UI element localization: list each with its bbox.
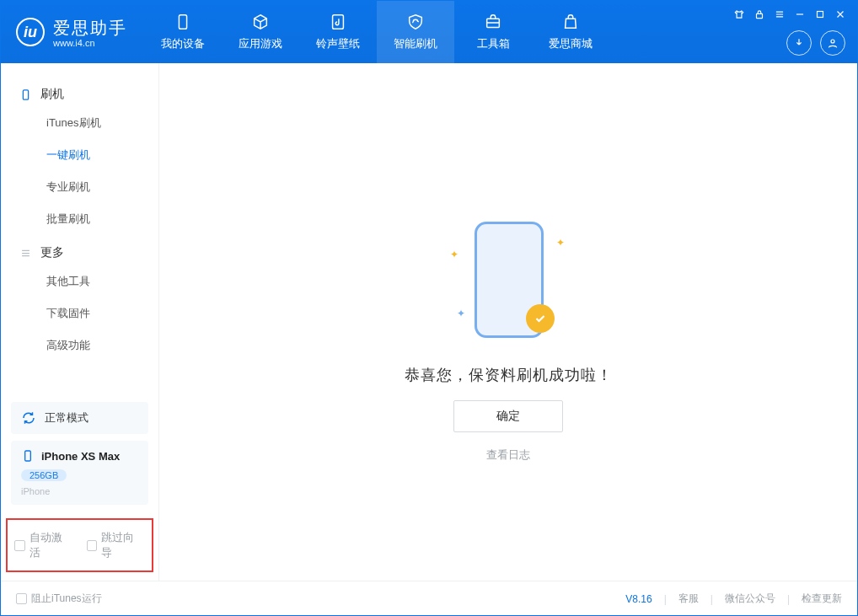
nav-store[interactable]: 爱思商城 [532,1,609,63]
nav-apps-games[interactable]: 应用游戏 [222,1,299,63]
checkbox-icon [87,540,98,551]
nav-ringtone-wallpaper[interactable]: 铃声壁纸 [299,1,377,63]
titlebar-right [786,23,857,63]
account-button[interactable] [820,30,845,56]
device-info-box[interactable]: iPhone XS Max 256GB iPhone [11,441,148,505]
footer-link-update[interactable]: 检查更新 [802,592,842,606]
success-illustration: ✦ ✦ ✦ [428,215,588,350]
minimize-icon[interactable] [794,8,806,20]
checkbox-label: 跳过向导 [101,530,145,560]
options-row-highlighted: 自动激活 跳过向导 [6,518,153,572]
footer-link-wechat[interactable]: 微信公众号 [725,592,775,606]
svg-rect-4 [818,12,823,18]
nav-smart-flash[interactable]: 智能刷机 [377,1,454,63]
checkbox-icon [14,540,25,551]
svg-rect-0 [179,15,186,29]
checkbox-icon [16,593,27,604]
separator: | [787,593,790,605]
device-type: iPhone [21,486,50,496]
music-file-icon [329,13,347,31]
checkbox-label: 自动激活 [29,530,73,560]
device-icon [19,88,32,101]
nav-label: 铃声壁纸 [316,36,360,51]
device-name: iPhone XS Max [41,450,120,463]
check-badge-icon [526,304,555,333]
sidebar-item-batch-flash[interactable]: 批量刷机 [1,203,158,235]
version-label: V8.16 [625,593,652,605]
sidebar-item-advanced[interactable]: 高级功能 [1,329,158,362]
close-icon[interactable] [834,8,846,20]
device-capacity: 256GB [21,469,67,481]
nav-label: 智能刷机 [394,36,437,51]
sidebar-item-download-firmware[interactable]: 下载固件 [1,297,158,329]
titlebar: iu 爱思助手 www.i4.cn 我的设备 应用游戏 铃声壁纸 智能刷机 工具… [1,1,857,63]
shield-refresh-icon [406,13,425,31]
logo-icon: iu [16,18,45,46]
main-nav: 我的设备 应用游戏 铃声壁纸 智能刷机 工具箱 爱思商城 [144,1,609,63]
sidebar-item-itunes-flash[interactable]: iTunes刷机 [1,107,158,139]
sparkle-icon: ✦ [556,237,565,249]
sidebar-item-oneclick-flash[interactable]: 一键刷机 [1,139,158,171]
checkbox-skip-guide[interactable]: 跳过向导 [87,530,146,560]
nav-label: 我的设备 [161,36,205,51]
tshirt-icon[interactable] [733,8,745,20]
download-button[interactable] [786,30,812,56]
footer-link-service[interactable]: 客服 [678,592,699,606]
sparkle-icon: ✦ [457,308,465,319]
checkbox-block-itunes[interactable]: 阻止iTunes运行 [16,592,102,606]
app-name: 爱思助手 [53,17,127,40]
svg-rect-3 [757,13,763,18]
svg-rect-1 [333,15,344,29]
sidebar: 刷机 iTunes刷机 一键刷机 专业刷机 批量刷机 更多 其他工具 下载固件 … [1,63,159,581]
nav-label: 爱思商城 [549,36,593,51]
separator: | [664,593,667,605]
checkbox-auto-activate[interactable]: 自动激活 [14,530,73,560]
section-title: 刷机 [40,87,64,102]
logo-block[interactable]: iu 爱思助手 www.i4.cn [1,1,144,63]
phone-small-icon [21,449,35,463]
menu-lines-icon [19,247,32,260]
maximize-icon[interactable] [814,8,826,20]
checkbox-label: 阻止iTunes运行 [31,592,102,606]
sparkle-icon: ✦ [450,249,458,260]
footer: 阻止iTunes运行 V8.16 | 客服 | 微信公众号 | 检查更新 [1,581,857,616]
nav-toolbox[interactable]: 工具箱 [454,1,532,63]
window-controls-row [733,8,846,20]
view-log-link[interactable]: 查看日志 [486,447,530,463]
menu-icon[interactable] [774,8,786,20]
sidebar-item-other-tools[interactable]: 其他工具 [1,265,158,297]
svg-point-5 [831,40,834,43]
cube-icon [251,13,270,31]
toolbox-icon [484,13,502,31]
nav-label: 工具箱 [477,36,510,51]
sidebar-section-more: 更多 [1,240,158,265]
phone-icon [174,13,192,31]
lock-icon[interactable] [753,8,765,20]
svg-rect-7 [25,451,31,461]
device-mode-box[interactable]: 正常模式 [11,402,148,434]
ok-button[interactable]: 确定 [453,400,563,432]
svg-rect-6 [23,89,28,99]
separator: | [711,593,713,605]
sync-icon [21,410,36,426]
main-content: ✦ ✦ ✦ 恭喜您，保资料刷机成功啦！ 确定 查看日志 [159,63,857,581]
success-message: 恭喜您，保资料刷机成功啦！ [405,365,613,385]
nav-label: 应用游戏 [239,36,282,51]
sidebar-item-pro-flash[interactable]: 专业刷机 [1,171,158,203]
app-url: www.i4.cn [53,38,127,48]
bag-icon [561,13,580,31]
section-title: 更多 [40,245,64,260]
sidebar-section-flash: 刷机 [1,82,158,107]
nav-my-device[interactable]: 我的设备 [144,1,222,63]
device-mode-label: 正常模式 [45,410,88,426]
